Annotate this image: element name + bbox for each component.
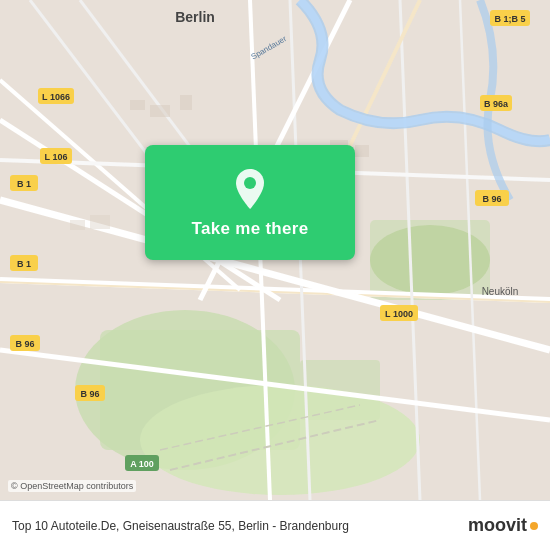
svg-text:B 96: B 96 <box>15 339 34 349</box>
moovit-text: moovit <box>468 515 527 536</box>
svg-text:B 96a: B 96a <box>484 99 509 109</box>
svg-rect-52 <box>70 220 85 230</box>
map-container: B 1 B 1 B 96 B 96 A 100 L 1066 L 106 L 1… <box>0 0 550 500</box>
svg-rect-51 <box>355 145 369 157</box>
svg-text:Berlin: Berlin <box>175 9 215 25</box>
svg-text:B 1;B 5: B 1;B 5 <box>494 14 525 24</box>
moovit-dot <box>530 522 538 530</box>
address-text: Top 10 Autoteile.De, Gneisenaustraße 55,… <box>12 519 468 533</box>
take-me-there-button[interactable]: Take me there <box>145 145 355 260</box>
svg-text:A 100: A 100 <box>130 459 154 469</box>
bottom-bar: Top 10 Autoteile.De, Gneisenaustraße 55,… <box>0 500 550 550</box>
svg-text:B 96: B 96 <box>80 389 99 399</box>
svg-rect-47 <box>130 100 145 110</box>
svg-text:L 1000: L 1000 <box>385 309 413 319</box>
svg-text:B 1: B 1 <box>17 259 31 269</box>
svg-point-4 <box>140 385 420 495</box>
svg-rect-49 <box>180 95 192 110</box>
location-pin-icon <box>232 167 268 211</box>
svg-rect-53 <box>90 215 110 229</box>
svg-text:L 1066: L 1066 <box>42 92 70 102</box>
map-copyright: © OpenStreetMap contributors <box>8 480 136 492</box>
svg-text:Neuköln: Neuköln <box>482 286 519 297</box>
svg-point-56 <box>244 177 256 189</box>
svg-text:L 106: L 106 <box>45 152 68 162</box>
svg-text:B 96: B 96 <box>482 194 501 204</box>
moovit-logo: moovit <box>468 515 538 536</box>
svg-text:B 1: B 1 <box>17 179 31 189</box>
svg-rect-48 <box>150 105 170 117</box>
take-me-there-label: Take me there <box>192 219 309 239</box>
